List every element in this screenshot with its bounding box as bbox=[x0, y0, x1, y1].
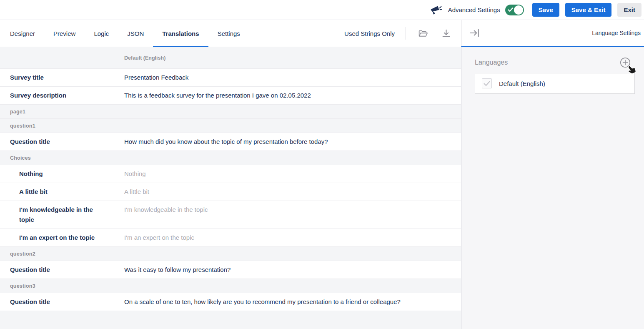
add-language-button[interactable] bbox=[620, 57, 631, 68]
table-group-row: page1 bbox=[0, 105, 461, 119]
string-name-label: A little bit bbox=[0, 187, 124, 197]
exit-button[interactable]: Exit bbox=[617, 3, 641, 17]
languages-label: Languages bbox=[475, 59, 508, 66]
collapse-panel-button[interactable] bbox=[469, 27, 481, 39]
table-group-row: question3 bbox=[0, 279, 461, 293]
main-tabs: Designer Preview Logic JSON Translations… bbox=[0, 20, 249, 47]
panel-title: Language Settings bbox=[592, 30, 641, 36]
table-row: Survey description This is a feedback su… bbox=[0, 87, 461, 105]
megaphone-icon[interactable] bbox=[430, 5, 442, 15]
string-name-label: Question title bbox=[0, 297, 124, 307]
checkmark-icon bbox=[484, 81, 490, 86]
tab-logic[interactable]: Logic bbox=[85, 20, 118, 47]
header-row: Designer Preview Logic JSON Translations… bbox=[0, 20, 644, 47]
translation-input[interactable]: I'm an expert on the topic bbox=[124, 233, 461, 243]
save-button[interactable]: Save bbox=[532, 3, 559, 17]
toolbar-divider bbox=[406, 27, 406, 40]
translation-input[interactable]: How much did you know about the topic of… bbox=[124, 137, 461, 147]
group-label: question2 bbox=[0, 251, 35, 257]
group-label: question3 bbox=[0, 283, 35, 289]
language-settings-panel: Languages Default (English) bbox=[461, 47, 644, 329]
checkmark-icon bbox=[508, 8, 513, 12]
translation-input[interactable]: On a scale of one to ten, how likely are… bbox=[124, 297, 461, 307]
group-label: question1 bbox=[0, 123, 35, 129]
table-row: Nothing Nothing bbox=[0, 165, 461, 183]
translation-input[interactable]: This is a feedback survey for the presen… bbox=[124, 90, 461, 100]
string-name-label: Question title bbox=[0, 265, 124, 275]
translation-input[interactable]: Presentation Feedback bbox=[124, 73, 461, 83]
translation-input[interactable]: Was it easy to follow my presentation? bbox=[124, 265, 461, 275]
translations-toolbar: Used Strings Only bbox=[344, 20, 461, 47]
language-column-header: Default (English) bbox=[124, 55, 461, 61]
language-name: Default (English) bbox=[499, 80, 545, 87]
content: Default (English) Survey title Presentat… bbox=[0, 47, 644, 329]
table-row: Question title Was it easy to follow my … bbox=[0, 261, 461, 279]
language-settings-header: Language Settings bbox=[461, 20, 644, 47]
table-group-row: question1 bbox=[0, 119, 461, 133]
plus-circle-icon bbox=[620, 57, 631, 68]
translation-input[interactable]: I'm knowledgeable in the topic bbox=[124, 205, 461, 215]
table-row: I'm knowledgeable in the topic I'm knowl… bbox=[0, 201, 461, 229]
open-folder-icon bbox=[418, 28, 428, 39]
table-group-row: Choices bbox=[0, 151, 461, 165]
tab-designer[interactable]: Designer bbox=[0, 20, 44, 47]
table-group-row: question2 bbox=[0, 247, 461, 261]
group-label: page1 bbox=[0, 109, 25, 115]
tab-settings[interactable]: Settings bbox=[208, 20, 249, 47]
string-name-label: Nothing bbox=[0, 169, 124, 179]
table-row: Question title How much did you know abo… bbox=[0, 133, 461, 151]
language-list-item[interactable]: Default (English) bbox=[475, 73, 635, 94]
import-translations-button[interactable] bbox=[417, 28, 428, 39]
string-name-label: I'm knowledgeable in the topic bbox=[0, 205, 124, 225]
save-and-exit-button[interactable]: Save & Exit bbox=[565, 3, 612, 17]
string-name-label: I'm an expert on the topic bbox=[0, 233, 124, 243]
table-row: A little bit A little bit bbox=[0, 183, 461, 201]
arrow-to-bar-icon bbox=[469, 28, 480, 38]
export-translations-button[interactable] bbox=[440, 28, 452, 39]
translation-input[interactable]: A little bit bbox=[124, 187, 461, 197]
topbar: Advanced Settings Save Save & Exit Exit bbox=[0, 0, 644, 20]
advanced-settings-toggle[interactable] bbox=[505, 5, 524, 15]
tab-preview[interactable]: Preview bbox=[44, 20, 85, 47]
table-row: I'm an expert on the topic I'm an expert… bbox=[0, 229, 461, 247]
translation-table: Default (English) Survey title Presentat… bbox=[0, 47, 461, 329]
tab-translations[interactable]: Translations bbox=[153, 20, 208, 47]
tab-json[interactable]: JSON bbox=[118, 20, 153, 47]
string-name-label: Survey title bbox=[0, 73, 124, 83]
translation-input[interactable]: Nothing bbox=[124, 169, 461, 179]
tab-bar: Designer Preview Logic JSON Translations… bbox=[0, 20, 461, 47]
download-icon bbox=[441, 28, 451, 39]
advanced-settings-label: Advanced Settings bbox=[448, 6, 500, 13]
language-checkbox[interactable] bbox=[482, 78, 492, 88]
languages-section-header: Languages bbox=[475, 57, 635, 68]
table-row: Survey title Presentation Feedback bbox=[0, 69, 461, 87]
survey-creator-app: Advanced Settings Save Save & Exit Exit … bbox=[0, 0, 644, 329]
string-name-label: Question title bbox=[0, 137, 124, 147]
table-header-row: Default (English) bbox=[0, 47, 461, 69]
string-name-label: Survey description bbox=[0, 90, 124, 100]
table-row: Question title On a scale of one to ten,… bbox=[0, 293, 461, 311]
toggle-knob bbox=[514, 5, 523, 15]
used-strings-only-filter[interactable]: Used Strings Only bbox=[344, 30, 395, 37]
group-label: Choices bbox=[0, 155, 31, 161]
